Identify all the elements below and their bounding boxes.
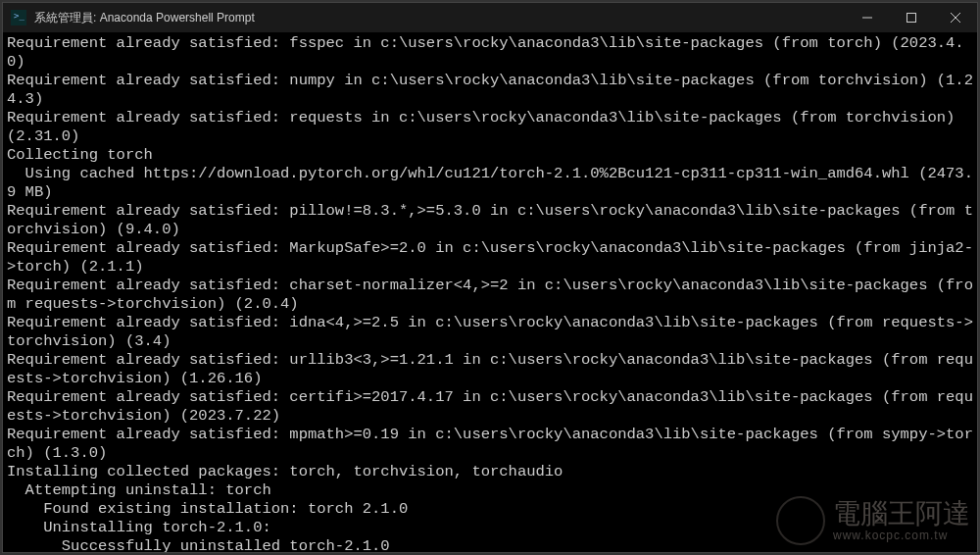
svg-rect-1 bbox=[906, 14, 915, 23]
window-controls bbox=[845, 3, 977, 32]
terminal-line: Requirement already satisfied: idna<4,>=… bbox=[7, 314, 973, 351]
minimize-icon bbox=[862, 13, 872, 23]
maximize-icon bbox=[906, 13, 916, 23]
terminal-line: Attempting uninstall: torch bbox=[7, 481, 973, 500]
terminal-output[interactable]: Requirement already satisfied: fsspec in… bbox=[3, 32, 977, 552]
close-icon bbox=[951, 13, 960, 23]
terminal-line: Requirement already satisfied: certifi>=… bbox=[7, 388, 973, 426]
app-icon bbox=[11, 10, 26, 25]
titlebar[interactable]: 系統管理員: Anaconda Powershell Prompt bbox=[3, 3, 977, 32]
terminal-line: Requirement already satisfied: MarkupSaf… bbox=[7, 239, 973, 277]
terminal-line: Requirement already satisfied: requests … bbox=[7, 109, 973, 146]
window-title: 系統管理員: Anaconda Powershell Prompt bbox=[34, 10, 845, 26]
terminal-line: Requirement already satisfied: urllib3<3… bbox=[7, 351, 973, 388]
terminal-line: Found existing installation: torch 2.1.0 bbox=[7, 500, 973, 519]
maximize-button[interactable] bbox=[889, 3, 933, 32]
terminal-line: Installing collected packages: torch, to… bbox=[7, 463, 973, 481]
terminal-line: Requirement already satisfied: mpmath>=0… bbox=[7, 426, 973, 463]
terminal-line: Requirement already satisfied: charset-n… bbox=[7, 277, 973, 314]
terminal-window: 系統管理員: Anaconda Powershell Prompt Requir… bbox=[2, 2, 978, 553]
terminal-line: Requirement already satisfied: fsspec in… bbox=[7, 34, 973, 72]
minimize-button[interactable] bbox=[845, 3, 889, 32]
terminal-line: Requirement already satisfied: pillow!=8… bbox=[7, 202, 973, 239]
terminal-line: Using cached https://download.pytorch.or… bbox=[7, 165, 973, 202]
terminal-line: Collecting torch bbox=[7, 146, 973, 165]
terminal-line: Successfully uninstalled torch-2.1.0 bbox=[7, 537, 973, 552]
terminal-line: Uninstalling torch-2.1.0: bbox=[7, 519, 973, 537]
terminal-line: Requirement already satisfied: numpy in … bbox=[7, 72, 973, 109]
close-button[interactable] bbox=[933, 3, 977, 32]
